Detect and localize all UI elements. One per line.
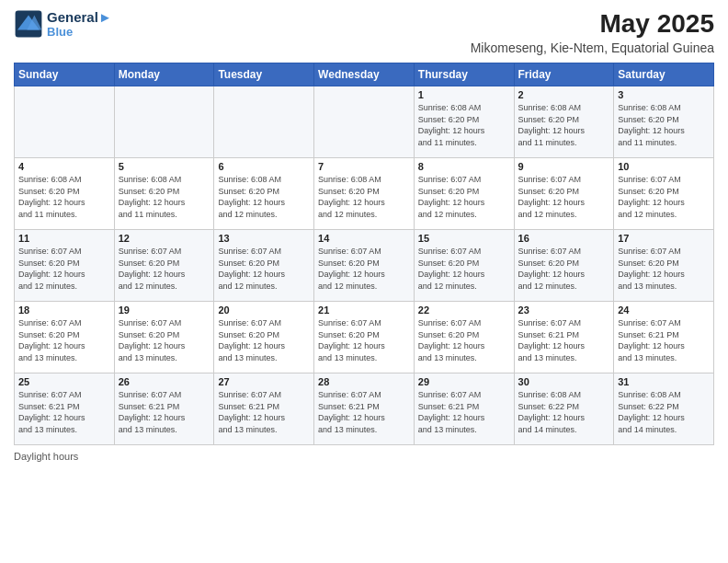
day-info: Sunrise: 6:07 AM Sunset: 6:21 PM Dayligh… <box>618 317 710 363</box>
weekday-header-row: SundayMondayTuesdayWednesdayThursdayFrid… <box>15 63 714 86</box>
calendar-cell: 21Sunrise: 6:07 AM Sunset: 6:20 PM Dayli… <box>314 302 415 373</box>
calendar-cell: 25Sunrise: 6:07 AM Sunset: 6:21 PM Dayli… <box>15 373 115 445</box>
day-info: Sunrise: 6:07 AM Sunset: 6:20 PM Dayligh… <box>119 246 210 292</box>
day-info: Sunrise: 6:08 AM Sunset: 6:20 PM Dayligh… <box>618 102 710 148</box>
day-info: Sunrise: 6:07 AM Sunset: 6:20 PM Dayligh… <box>418 246 510 292</box>
calendar-cell: 5Sunrise: 6:08 AM Sunset: 6:20 PM Daylig… <box>114 158 214 230</box>
day-info: Sunrise: 6:07 AM Sunset: 6:20 PM Dayligh… <box>318 317 410 363</box>
page: General► Blue May 2025 Mikomeseng, Kie-N… <box>0 0 728 563</box>
calendar-cell: 26Sunrise: 6:07 AM Sunset: 6:21 PM Dayli… <box>114 373 214 445</box>
calendar-cell: 30Sunrise: 6:08 AM Sunset: 6:22 PM Dayli… <box>514 373 614 445</box>
day-info: Sunrise: 6:07 AM Sunset: 6:20 PM Dayligh… <box>518 246 610 292</box>
day-number: 17 <box>618 233 710 244</box>
calendar-cell: 6Sunrise: 6:08 AM Sunset: 6:20 PM Daylig… <box>214 158 314 230</box>
calendar-cell: 14Sunrise: 6:07 AM Sunset: 6:20 PM Dayli… <box>314 230 415 302</box>
calendar-week-row: 4Sunrise: 6:08 AM Sunset: 6:20 PM Daylig… <box>15 158 714 230</box>
weekday-header-cell: Friday <box>514 63 614 86</box>
calendar-cell: 22Sunrise: 6:07 AM Sunset: 6:20 PM Dayli… <box>414 302 514 373</box>
day-number: 22 <box>418 304 510 316</box>
day-info: Sunrise: 6:07 AM Sunset: 6:21 PM Dayligh… <box>218 389 310 435</box>
calendar-cell: 12Sunrise: 6:07 AM Sunset: 6:20 PM Dayli… <box>114 230 214 302</box>
day-number: 3 <box>618 89 710 100</box>
calendar-cell: 8Sunrise: 6:07 AM Sunset: 6:20 PM Daylig… <box>414 158 514 230</box>
calendar-cell <box>15 86 115 158</box>
day-number: 24 <box>618 304 710 316</box>
day-info: Sunrise: 6:07 AM Sunset: 6:20 PM Dayligh… <box>218 317 310 363</box>
calendar-week-row: 18Sunrise: 6:07 AM Sunset: 6:20 PM Dayli… <box>15 302 714 373</box>
calendar-week-row: 1Sunrise: 6:08 AM Sunset: 6:20 PM Daylig… <box>15 86 714 158</box>
day-info: Sunrise: 6:08 AM Sunset: 6:20 PM Dayligh… <box>18 174 110 220</box>
footer: Daylight hours <box>14 451 714 462</box>
day-number: 11 <box>18 233 110 244</box>
day-info: Sunrise: 6:07 AM Sunset: 6:20 PM Dayligh… <box>618 174 710 220</box>
calendar-cell: 10Sunrise: 6:07 AM Sunset: 6:20 PM Dayli… <box>614 158 714 230</box>
calendar-cell: 13Sunrise: 6:07 AM Sunset: 6:20 PM Dayli… <box>214 230 314 302</box>
day-info: Sunrise: 6:07 AM Sunset: 6:21 PM Dayligh… <box>518 317 610 363</box>
day-number: 7 <box>318 161 410 172</box>
calendar-cell <box>214 86 314 158</box>
calendar-body: 1Sunrise: 6:08 AM Sunset: 6:20 PM Daylig… <box>15 86 714 445</box>
calendar-cell <box>114 86 214 158</box>
day-number: 10 <box>618 161 710 172</box>
calendar-cell: 16Sunrise: 6:07 AM Sunset: 6:20 PM Dayli… <box>514 230 614 302</box>
daylight-label: Daylight hours <box>14 451 78 462</box>
calendar-cell: 7Sunrise: 6:08 AM Sunset: 6:20 PM Daylig… <box>314 158 415 230</box>
header: General► Blue May 2025 Mikomeseng, Kie-N… <box>14 9 714 55</box>
day-info: Sunrise: 6:07 AM Sunset: 6:20 PM Dayligh… <box>418 174 510 220</box>
day-number: 31 <box>618 376 710 387</box>
day-number: 25 <box>18 376 110 387</box>
day-info: Sunrise: 6:08 AM Sunset: 6:22 PM Dayligh… <box>518 389 610 435</box>
day-info: Sunrise: 6:07 AM Sunset: 6:20 PM Dayligh… <box>18 317 110 363</box>
day-number: 15 <box>418 233 510 244</box>
location: Mikomeseng, Kie-Ntem, Equatorial Guinea <box>471 40 714 55</box>
calendar-cell: 2Sunrise: 6:08 AM Sunset: 6:20 PM Daylig… <box>514 86 614 158</box>
day-info: Sunrise: 6:07 AM Sunset: 6:20 PM Dayligh… <box>418 317 510 363</box>
day-info: Sunrise: 6:07 AM Sunset: 6:20 PM Dayligh… <box>518 174 610 220</box>
calendar-cell: 20Sunrise: 6:07 AM Sunset: 6:20 PM Dayli… <box>214 302 314 373</box>
day-number: 2 <box>518 89 610 100</box>
calendar-cell: 29Sunrise: 6:07 AM Sunset: 6:21 PM Dayli… <box>414 373 514 445</box>
day-info: Sunrise: 6:07 AM Sunset: 6:20 PM Dayligh… <box>618 246 710 292</box>
logo-icon <box>14 9 43 39</box>
calendar-cell: 18Sunrise: 6:07 AM Sunset: 6:20 PM Dayli… <box>15 302 115 373</box>
day-number: 5 <box>119 161 210 172</box>
calendar-week-row: 11Sunrise: 6:07 AM Sunset: 6:20 PM Dayli… <box>15 230 714 302</box>
day-info: Sunrise: 6:07 AM Sunset: 6:21 PM Dayligh… <box>418 389 510 435</box>
day-info: Sunrise: 6:08 AM Sunset: 6:20 PM Dayligh… <box>318 174 410 220</box>
day-info: Sunrise: 6:07 AM Sunset: 6:20 PM Dayligh… <box>318 246 410 292</box>
calendar-cell: 24Sunrise: 6:07 AM Sunset: 6:21 PM Dayli… <box>614 302 714 373</box>
day-number: 18 <box>18 304 110 316</box>
calendar-cell <box>314 86 415 158</box>
calendar-cell: 11Sunrise: 6:07 AM Sunset: 6:20 PM Dayli… <box>15 230 115 302</box>
day-info: Sunrise: 6:08 AM Sunset: 6:20 PM Dayligh… <box>218 174 310 220</box>
day-number: 23 <box>518 304 610 316</box>
day-info: Sunrise: 6:07 AM Sunset: 6:20 PM Dayligh… <box>18 246 110 292</box>
day-number: 27 <box>218 376 310 387</box>
day-number: 26 <box>119 376 210 387</box>
calendar-week-row: 25Sunrise: 6:07 AM Sunset: 6:21 PM Dayli… <box>15 373 714 445</box>
calendar-cell: 3Sunrise: 6:08 AM Sunset: 6:20 PM Daylig… <box>614 86 714 158</box>
weekday-header-cell: Tuesday <box>214 63 314 86</box>
day-info: Sunrise: 6:07 AM Sunset: 6:21 PM Dayligh… <box>318 389 410 435</box>
day-number: 9 <box>518 161 610 172</box>
weekday-header-cell: Saturday <box>614 63 714 86</box>
day-number: 13 <box>218 233 310 244</box>
day-info: Sunrise: 6:08 AM Sunset: 6:20 PM Dayligh… <box>418 102 510 148</box>
day-number: 1 <box>418 89 510 100</box>
day-number: 12 <box>119 233 210 244</box>
title-block: May 2025 Mikomeseng, Kie-Ntem, Equatoria… <box>471 9 714 55</box>
day-info: Sunrise: 6:08 AM Sunset: 6:20 PM Dayligh… <box>518 102 610 148</box>
calendar-cell: 23Sunrise: 6:07 AM Sunset: 6:21 PM Dayli… <box>514 302 614 373</box>
calendar-cell: 17Sunrise: 6:07 AM Sunset: 6:20 PM Dayli… <box>614 230 714 302</box>
day-info: Sunrise: 6:08 AM Sunset: 6:20 PM Dayligh… <box>119 174 210 220</box>
weekday-header-cell: Wednesday <box>314 63 415 86</box>
logo: General► Blue <box>14 9 112 39</box>
day-info: Sunrise: 6:07 AM Sunset: 6:21 PM Dayligh… <box>18 389 110 435</box>
day-number: 19 <box>119 304 210 316</box>
day-number: 21 <box>318 304 410 316</box>
day-number: 8 <box>418 161 510 172</box>
day-number: 4 <box>18 161 110 172</box>
calendar-cell: 4Sunrise: 6:08 AM Sunset: 6:20 PM Daylig… <box>15 158 115 230</box>
day-info: Sunrise: 6:07 AM Sunset: 6:20 PM Dayligh… <box>218 246 310 292</box>
day-number: 28 <box>318 376 410 387</box>
